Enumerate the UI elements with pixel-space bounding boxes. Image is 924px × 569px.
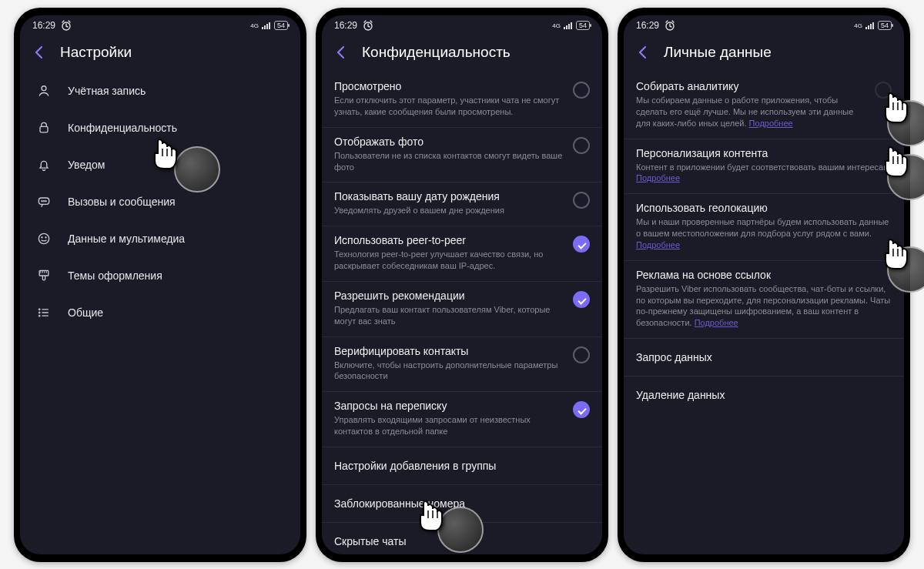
toggle[interactable] bbox=[573, 291, 590, 308]
network-label: 4G bbox=[854, 22, 862, 29]
svg-point-19 bbox=[38, 312, 40, 313]
alarm-icon bbox=[60, 19, 72, 32]
battery-icon: 54 bbox=[576, 21, 590, 30]
menu-label: Общие bbox=[68, 306, 103, 319]
svg-point-15 bbox=[42, 237, 43, 239]
menu-notifications[interactable]: Уведом bbox=[20, 146, 300, 183]
svg-rect-9 bbox=[40, 126, 48, 132]
status-bar: 16:29 4G 54 bbox=[20, 15, 300, 35]
menu-label: Темы оформления bbox=[68, 269, 162, 282]
setting-seen[interactable]: ПросмотреноЕсли отключить этот параметр,… bbox=[322, 72, 602, 128]
toggle[interactable] bbox=[875, 82, 892, 99]
menu-label: Конфиденциальность bbox=[68, 122, 177, 134]
battery-icon: 54 bbox=[274, 21, 288, 30]
brush-icon bbox=[35, 268, 52, 283]
setting-ads[interactable]: Реклама на основе ссылокРазрешить Viber … bbox=[624, 261, 904, 339]
user-icon bbox=[35, 83, 52, 99]
toggle[interactable] bbox=[573, 401, 590, 418]
menu-general[interactable]: Общие bbox=[20, 294, 300, 331]
setting-birthday[interactable]: Показывать вашу дату рожденияУведомлять … bbox=[322, 182, 602, 226]
phone-1: 16:29 4G 54 Настройки Учётная запись Кон… bbox=[14, 8, 306, 562]
media-icon bbox=[35, 231, 52, 246]
clock: 16:29 bbox=[32, 20, 55, 31]
setting-geolocation[interactable]: Использовать геолокациюМы и наши провере… bbox=[624, 194, 904, 261]
menu-label: Данные и мультимедиа bbox=[68, 233, 185, 245]
phone-3: 16:29 4G 54 Личные данные Собирать анали… bbox=[618, 8, 910, 562]
more-link[interactable]: Подробнее bbox=[636, 240, 680, 249]
back-button[interactable] bbox=[333, 43, 350, 62]
personal-data-list: Собирать аналитикуМы собираем данные о р… bbox=[624, 72, 904, 554]
privacy-list: ПросмотреноЕсли отключить этот параметр,… bbox=[322, 72, 602, 554]
toggle[interactable] bbox=[573, 236, 590, 253]
signal-icon bbox=[564, 21, 573, 30]
svg-point-12 bbox=[43, 200, 45, 202]
back-button[interactable] bbox=[634, 43, 651, 62]
nav-request-data[interactable]: Запрос данных bbox=[624, 339, 904, 377]
menu-account[interactable]: Учётная запись bbox=[20, 72, 300, 109]
chat-icon bbox=[35, 194, 52, 209]
signal-icon bbox=[262, 21, 271, 30]
clock: 16:29 bbox=[334, 20, 357, 31]
toggle[interactable] bbox=[573, 137, 590, 154]
lock-icon bbox=[35, 120, 52, 136]
clock: 16:29 bbox=[636, 20, 659, 31]
status-bar: 16:29 4G 54 bbox=[322, 15, 602, 35]
menu-themes[interactable]: Темы оформления bbox=[20, 257, 300, 294]
svg-point-20 bbox=[38, 315, 40, 316]
svg-point-16 bbox=[45, 237, 47, 239]
nav-groups[interactable]: Настройки добавления в группы bbox=[322, 447, 602, 485]
header: Настройки bbox=[20, 35, 300, 72]
svg-point-14 bbox=[38, 233, 49, 243]
settings-list: Учётная запись Конфиденциальность Уведом… bbox=[20, 72, 300, 554]
menu-calls[interactable]: Вызовы и сообщения bbox=[20, 183, 300, 220]
watermark bbox=[437, 507, 484, 553]
bell-icon bbox=[35, 157, 52, 172]
menu-media[interactable]: Данные и мультимедиа bbox=[20, 220, 300, 257]
status-bar: 16:29 4G 54 bbox=[624, 15, 904, 35]
more-link[interactable]: Подробнее bbox=[749, 119, 793, 128]
alarm-icon bbox=[664, 19, 676, 32]
menu-label: Уведом bbox=[68, 159, 105, 171]
svg-point-8 bbox=[42, 86, 46, 91]
page-title: Личные данные bbox=[664, 44, 772, 61]
nav-delete-data[interactable]: Удаление данных bbox=[624, 377, 904, 413]
toggle[interactable] bbox=[573, 192, 590, 209]
setting-recommend[interactable]: Разрешить рекомендацииПредлагать ваш кон… bbox=[322, 282, 602, 337]
more-link[interactable]: Подробнее bbox=[636, 173, 680, 182]
back-button[interactable] bbox=[31, 43, 48, 62]
phone-2: 16:29 4G 54 Конфиденциальность Просмотре… bbox=[316, 8, 608, 562]
header: Личные данные bbox=[624, 35, 904, 72]
menu-label: Вызовы и сообщения bbox=[68, 196, 176, 208]
svg-point-13 bbox=[45, 200, 47, 202]
toggle[interactable] bbox=[573, 346, 590, 363]
svg-point-11 bbox=[42, 200, 43, 202]
setting-p2p[interactable]: Использовать peer-to-peerТехнология peer… bbox=[322, 226, 602, 282]
battery-icon: 54 bbox=[878, 21, 892, 30]
toggle[interactable] bbox=[573, 82, 590, 99]
setting-requests[interactable]: Запросы на перепискуУправлять входящими … bbox=[322, 392, 602, 447]
network-label: 4G bbox=[250, 22, 259, 29]
svg-point-18 bbox=[38, 309, 40, 310]
network-label: 4G bbox=[552, 22, 561, 29]
setting-analytics[interactable]: Собирать аналитикуМы собираем данные о р… bbox=[624, 72, 904, 139]
header: Конфиденциальность bbox=[322, 35, 602, 72]
menu-label: Учётная запись bbox=[68, 85, 146, 97]
signal-icon bbox=[865, 21, 875, 30]
menu-privacy[interactable]: Конфиденциальность bbox=[20, 109, 300, 146]
setting-personalization[interactable]: Персонализация контентаКонтент в приложе… bbox=[624, 139, 904, 195]
alarm-icon bbox=[362, 19, 374, 32]
list-icon bbox=[35, 305, 52, 320]
page-title: Конфиденциальность bbox=[362, 44, 511, 61]
setting-verify[interactable]: Верифицировать контактыВключите, чтобы н… bbox=[322, 337, 602, 393]
watermark bbox=[174, 146, 220, 192]
more-link[interactable]: Подробнее bbox=[695, 318, 738, 327]
page-title: Настройки bbox=[60, 44, 132, 61]
setting-photo[interactable]: Отображать фотоПользователи не из списка… bbox=[322, 128, 602, 183]
